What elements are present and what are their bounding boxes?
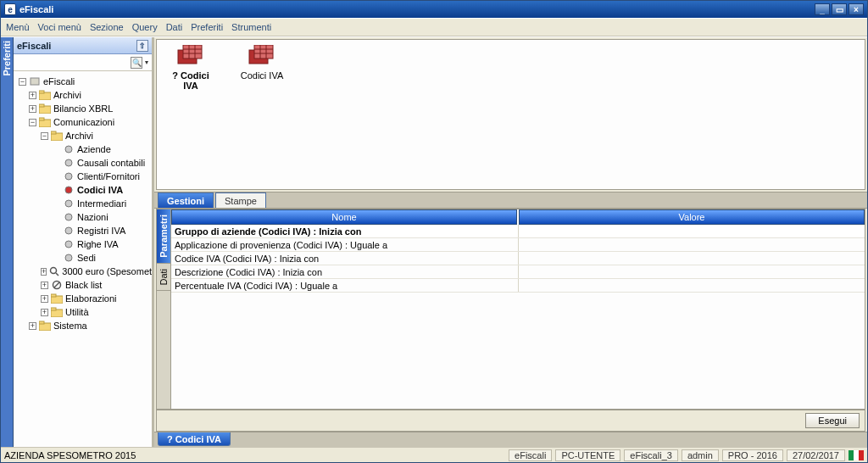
tree-twisty[interactable]: + [29,105,36,113]
svg-point-9 [65,146,72,153]
search-icon [49,266,59,276]
table-row[interactable]: Applicazione di provenienza (Codici IVA)… [171,238,865,252]
tree-leaf[interactable]: Causali contabili [15,156,150,170]
tree-leaf[interactable]: Registri IVA [15,224,150,237]
tree-node-root[interactable]: −eFiscali [15,75,150,88]
tree-node[interactable]: +Elaborazioni [15,292,150,305]
param-value-cell[interactable] [519,265,865,278]
tree-node[interactable]: +Utilità [15,305,150,319]
table-body: Gruppo di aziende (Codici IVA) : Inizia … [171,225,865,409]
box-icon [29,76,41,86]
minimize-button[interactable]: _ [815,3,830,15]
menu-item[interactable]: Menù [6,22,30,32]
sidetab-dati[interactable]: Dati [157,264,170,292]
table-row[interactable]: Descrizione (Codici IVA) : Inizia con [171,265,865,279]
param-value-input[interactable] [522,239,862,251]
tree-twisty[interactable]: + [29,92,36,99]
bullet-icon [63,144,75,154]
icon-codici-iva[interactable]: Codici IVA [236,45,287,81]
bottom-tab-bar: ? Codici IVA [154,432,867,447]
tree-label: Causali contabili [77,158,145,168]
table-header: Nome Valore [171,209,865,225]
maximize-button[interactable]: ▭ [832,3,847,15]
tree-leaf[interactable]: Sedi [15,251,150,265]
tab-stampe[interactable]: Stampe [215,192,266,208]
table-row[interactable]: Gruppo di aziende (Codici IVA) : Inizia … [171,225,865,238]
datatable-icon [176,45,205,67]
tree-node[interactable]: −Comunicazioni [15,115,150,129]
window-buttons: _ ▭ × [815,3,864,15]
icon-label: Codici IVA [241,70,284,81]
tree-label: Comunicazioni [53,117,114,127]
tree-twisty[interactable]: + [41,282,48,289]
tree-twisty[interactable]: − [41,132,48,140]
tree-leaf[interactable]: Righe IVA [15,237,150,251]
tree-label: Nazioni [77,212,108,222]
tree-leaf[interactable]: Intermediari [15,197,150,210]
exec-bar: Esegui [156,410,865,432]
param-value-input[interactable] [522,226,862,237]
bullet-icon [63,158,75,168]
status-cell: eFiscali [509,449,552,461]
tree[interactable]: −eFiscali+Archivi+Bilancio XBRL−Comunica… [14,71,152,447]
tree-node[interactable]: −Archivi [15,129,150,142]
table-row[interactable]: Codice IVA (Codici IVA) : Inizia con [171,252,865,265]
tree-twisty[interactable]: − [29,119,36,126]
menu-item[interactable]: Preferiti [191,22,223,32]
tree-node[interactable]: +Archivi [15,88,150,102]
tree-twisty[interactable]: + [29,322,36,330]
menu-item[interactable]: Dati [166,22,183,32]
tree-twisty[interactable]: + [41,309,48,316]
tree-node[interactable]: +Sistema [15,319,150,332]
search-dropdown-icon[interactable]: ▾ [145,59,148,66]
status-cell: PRO - 2016 [722,449,783,461]
tree-leaf[interactable]: Aziende [15,142,150,156]
param-value-input[interactable] [522,280,862,292]
tree-label: Registri IVA [77,226,125,236]
sidetab-parametri[interactable]: Parametri [157,209,170,264]
param-value-input[interactable] [522,253,862,265]
tree-label: Archivi [65,131,93,141]
svg-point-11 [65,173,72,180]
status-cell: eFiscali_3 [624,449,678,461]
tab-gestioni[interactable]: Gestioni [158,192,214,208]
tree-twisty[interactable]: + [41,268,47,276]
svg-point-18 [51,268,57,274]
svg-point-16 [65,241,72,248]
folder-icon [39,321,51,331]
bullet-icon [63,253,75,263]
tree-leaf[interactable]: Clienti/Fornitori [15,170,150,183]
tree-twisty[interactable]: − [19,78,26,86]
tree-node[interactable]: +3000 euro (Spesometro) [15,265,150,278]
param-value-cell[interactable] [519,225,865,237]
param-value-cell[interactable] [519,252,865,265]
menu-item[interactable]: Strumenti [231,22,271,32]
tree-node[interactable]: +Black list [15,278,150,292]
param-value-cell[interactable] [519,238,865,251]
tree-twisty[interactable]: + [41,295,48,303]
param-value-cell[interactable] [519,279,865,292]
tree-leaf[interactable]: Codici IVA [15,183,150,197]
svg-rect-29 [183,45,202,59]
table-row[interactable]: Percentuale IVA (Codici IVA) : Uguale a [171,279,865,293]
menu-item[interactable]: Query [132,22,158,32]
favourites-rail[interactable]: Preferiti [1,37,14,447]
tree-leaf[interactable]: Nazioni [15,210,150,224]
close-button[interactable]: × [849,3,864,15]
pin-button[interactable]: ⇧ [136,40,148,52]
tree-label: Clienti/Fornitori [77,171,140,181]
status-bar: AZIENDA SPESOMETRO 2015 eFiscali PC-UTEN… [1,447,867,462]
param-value-input[interactable] [522,266,862,278]
bottom-tab-codici-iva[interactable]: ? Codici IVA [158,432,231,446]
tree-label: Intermediari [77,198,126,209]
col-nome[interactable]: Nome [171,209,517,225]
menu-item[interactable]: Sezione [90,22,124,32]
search-icon[interactable]: 🔍 [131,57,142,69]
execute-button[interactable]: Esegui [805,413,860,428]
bullet-icon [63,171,75,181]
svg-rect-4 [39,104,44,107]
col-valore[interactable]: Valore [519,209,865,225]
tree-node[interactable]: +Bilancio XBRL [15,102,150,115]
icon-codici-iva-query[interactable]: ? Codici IVA [165,45,216,91]
menu-item[interactable]: Voci menù [38,22,81,32]
